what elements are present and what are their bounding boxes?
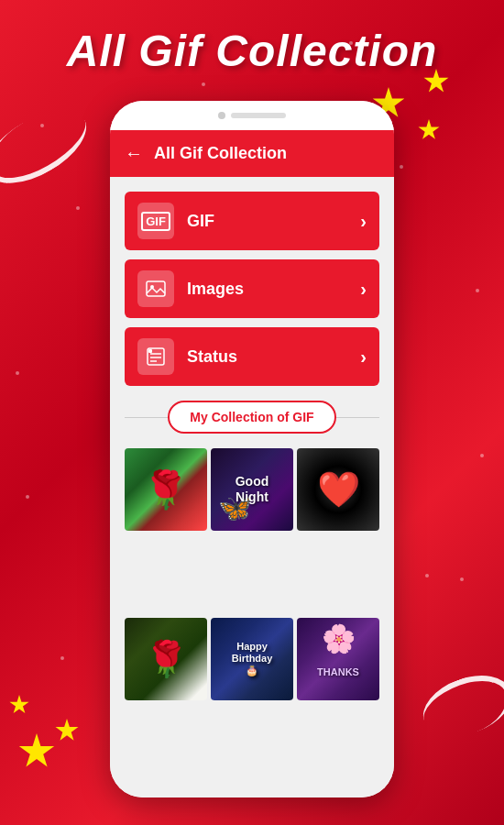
sparkle-icon: [55, 719, 79, 742]
gif-thumbnail-heart[interactable]: [297, 448, 379, 531]
sparkle-icon: [418, 119, 440, 141]
gif-icon: GIF: [137, 203, 174, 239]
wave-decoration: [0, 95, 98, 198]
wave-decoration: [415, 665, 504, 748]
gif-thumbnail-roses[interactable]: [125, 448, 207, 531]
status-label: Status: [187, 347, 347, 367]
status-chevron: ›: [360, 346, 367, 368]
gif-thanks-text: THANKS: [317, 666, 359, 677]
menu-item-status[interactable]: Status ›: [125, 327, 379, 386]
menu-item-images[interactable]: Images ›: [125, 259, 379, 318]
gif-grid: GoodNight HappyBirthday🎂 THANKS: [125, 448, 379, 783]
phone-camera: [218, 112, 225, 119]
app-header: ← All Gif Collection: [110, 130, 394, 177]
collection-button[interactable]: My Collection of GIF: [168, 401, 335, 434]
back-button[interactable]: ←: [125, 143, 143, 164]
gif-thumbnail-goodnight[interactable]: GoodNight: [211, 448, 293, 531]
gif-thumbnail-birthday[interactable]: HappyBirthday🎂: [211, 618, 293, 700]
menu-item-gif[interactable]: GIF GIF ›: [125, 192, 379, 250]
phone-top-bar: [110, 101, 394, 130]
svg-rect-6: [148, 349, 152, 353]
gif-label: GIF: [187, 212, 347, 231]
gif-goodnight-text: GoodNight: [236, 474, 269, 505]
images-label: Images: [187, 280, 347, 299]
status-icon: [137, 338, 174, 375]
phone-speaker: [231, 113, 286, 118]
gif-birthday-text: HappyBirthday🎂: [232, 641, 273, 677]
images-chevron: ›: [360, 279, 367, 300]
app-header-title: All Gif Collection: [154, 144, 287, 163]
phone-frame: ← All Gif Collection GIF GIF › Images ›: [110, 101, 394, 798]
images-icon: [137, 270, 174, 307]
app-content: GIF GIF › Images ›: [110, 177, 394, 798]
svg-rect-0: [147, 281, 165, 296]
collection-button-wrapper: My Collection of GIF: [125, 401, 379, 434]
gif-thumbnail-rose-single[interactable]: [125, 618, 207, 700]
gif-chevron: ›: [360, 211, 367, 232]
sparkle-icon: [18, 733, 55, 770]
gif-thumbnail-thanks[interactable]: THANKS: [297, 618, 379, 700]
page-title: All Gif Collection: [0, 28, 504, 76]
sparkle-icon: [9, 695, 29, 715]
